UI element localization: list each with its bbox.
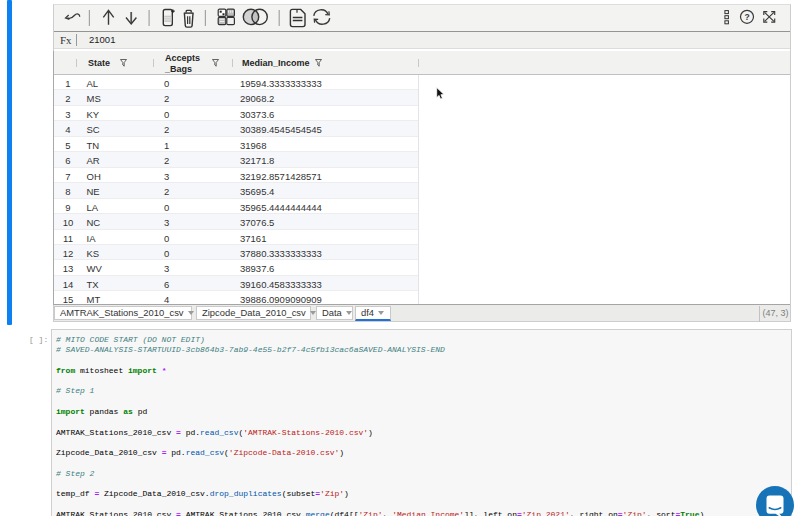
svg-text:?: ?: [744, 12, 749, 22]
